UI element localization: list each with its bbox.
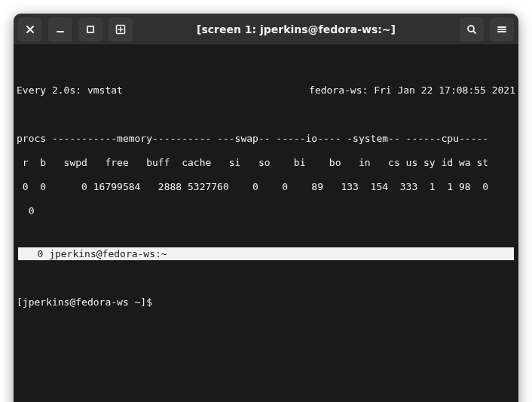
svg-rect-0: [87, 26, 93, 32]
screen-pane-1[interactable]: [jperkins@fedora-ws ~]$: [17, 284, 515, 402]
maximize-button[interactable]: [78, 17, 102, 41]
menu-button[interactable]: [490, 17, 514, 41]
vmstat-row-1: 0 0 0 16799584 2888 5327760 0 0 89 133 1…: [17, 181, 515, 193]
terminal-window: [screen 1: jperkins@fedora-ws:~] Every 2…: [14, 14, 518, 402]
titlebar-right-controls: [460, 17, 514, 41]
titlebar: [screen 1: jperkins@fedora-ws:~]: [14, 14, 518, 45]
close-button[interactable]: [18, 17, 42, 41]
watch-header-left: Every 2.0s: vmstat: [17, 84, 123, 97]
hamburger-icon: [497, 24, 507, 35]
shell-prompt[interactable]: [jperkins@fedora-ws ~]$: [17, 296, 515, 308]
window-title: [screen 1: jperkins@fedora-ws:~]: [139, 23, 454, 35]
screen-pane-0[interactable]: Every 2.0s: vmstatfedora-ws: Fri Jan 22 …: [17, 72, 515, 223]
terminal-body[interactable]: Every 2.0s: vmstatfedora-ws: Fri Jan 22 …: [14, 45, 518, 402]
vmstat-row-2: 0: [17, 205, 515, 217]
new-tab-button[interactable]: [109, 17, 133, 41]
vmstat-header-2: r b swpd free buff cache si so bi bo in …: [17, 157, 515, 169]
maximize-icon: [85, 24, 96, 35]
watch-header-right: fedora-ws: Fri Jan 22 17:08:55 2021: [309, 84, 515, 97]
screen-status-0: 0 jperkins@fedora-ws:~: [18, 247, 514, 260]
minimize-icon: [55, 24, 66, 35]
search-icon: [466, 24, 477, 35]
search-button[interactable]: [460, 17, 484, 41]
titlebar-left-controls: [18, 17, 133, 41]
minimize-button[interactable]: [48, 17, 72, 41]
vmstat-header-1: procs -----------memory---------- ---swa…: [17, 133, 515, 145]
new-tab-icon: [115, 23, 127, 35]
close-icon: [25, 24, 35, 35]
